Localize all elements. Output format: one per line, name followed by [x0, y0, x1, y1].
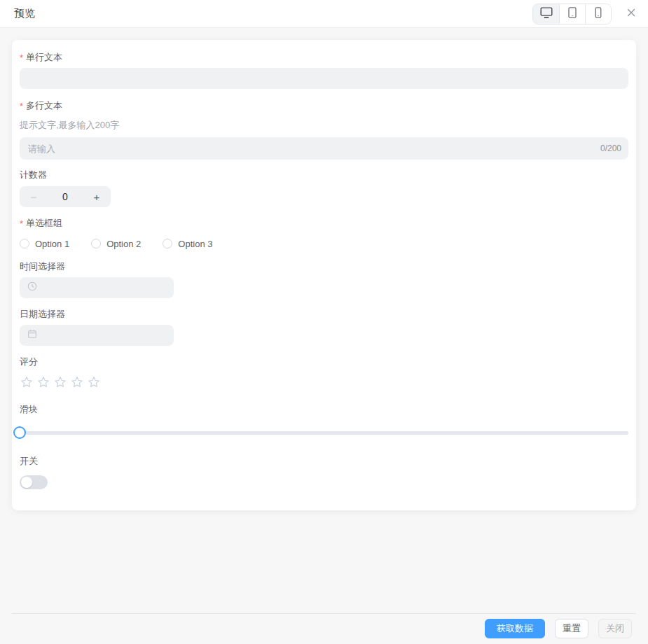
minus-icon[interactable]: − — [20, 191, 48, 203]
time-picker-label: 时间选择器 — [20, 260, 628, 273]
star-rating — [20, 375, 628, 389]
form-item-slider: 滑块 — [20, 403, 628, 439]
clock-icon — [27, 281, 38, 295]
single-text-label: * 单行文本 — [20, 51, 628, 64]
reset-button[interactable]: 重置 — [555, 619, 588, 638]
slider-label: 滑块 — [20, 403, 628, 416]
required-marker: * — [20, 52, 23, 63]
form-item-counter: 计数器 − 0 + — [20, 169, 628, 207]
slider-handle[interactable] — [13, 426, 26, 439]
counter-label: 计数器 — [20, 169, 628, 181]
stepper-value: 0 — [48, 191, 83, 202]
radio-circle-icon — [91, 239, 101, 248]
close-button[interactable]: 关闭 — [598, 619, 632, 638]
slider-track[interactable] — [20, 431, 628, 435]
star-icon[interactable] — [36, 375, 53, 389]
star-icon[interactable] — [70, 375, 87, 389]
plus-icon[interactable]: + — [83, 191, 111, 203]
device-tablet-button[interactable] — [559, 4, 585, 24]
radio-circle-icon — [20, 239, 29, 248]
radio-option-2[interactable]: Option 2 — [91, 239, 141, 249]
multi-text-field-wrap: 0/200 — [20, 137, 628, 160]
radio-option-3[interactable]: Option 3 — [163, 239, 212, 249]
desktop-icon — [539, 5, 554, 23]
switch-label: 开关 — [20, 455, 628, 468]
rating-label: 评分 — [20, 356, 628, 368]
device-mobile-button[interactable] — [585, 4, 611, 24]
form-item-date-picker: 日期选择器 — [20, 308, 628, 346]
form-item-single-text: * 单行文本 — [20, 51, 628, 89]
star-icon[interactable] — [87, 375, 104, 389]
footer-buttons: 获取数据 重置 关闭 — [0, 614, 648, 638]
multi-text-label: * 多行文本 — [20, 99, 628, 112]
single-text-input[interactable] — [20, 68, 628, 89]
form-preview-card: * 单行文本 * 多行文本 提示文字,最多输入200字 0/200 计数器 − … — [12, 40, 636, 510]
radio-option-1[interactable]: Option 1 — [20, 239, 69, 249]
slider — [20, 426, 628, 439]
multi-text-hint: 提示文字,最多输入200字 — [20, 119, 628, 132]
device-toggle-group — [532, 4, 612, 24]
page-title: 预览 — [14, 7, 35, 20]
form-item-switch: 开关 — [20, 455, 628, 489]
time-picker-input[interactable] — [20, 277, 174, 298]
radio-group: Option 1 Option 2 Option 3 — [20, 237, 628, 251]
device-desktop-button[interactable] — [533, 4, 559, 24]
char-counter: 0/200 — [600, 144, 621, 153]
close-icon — [625, 6, 637, 22]
multi-text-input[interactable] — [20, 137, 628, 160]
mobile-icon — [591, 6, 605, 22]
tablet-icon — [565, 6, 579, 22]
get-data-button[interactable]: 获取数据 — [485, 619, 545, 638]
radio-circle-icon — [163, 239, 172, 248]
switch-knob — [21, 477, 32, 488]
radio-group-label: * 单选框组 — [20, 217, 628, 230]
star-icon[interactable] — [20, 375, 36, 389]
form-item-rating: 评分 — [20, 356, 628, 389]
calendar-icon — [27, 328, 38, 342]
form-item-time-picker: 时间选择器 — [20, 260, 628, 298]
number-stepper: − 0 + — [20, 186, 111, 207]
toggle-switch[interactable] — [20, 475, 48, 489]
required-marker: * — [20, 101, 23, 111]
dialog-footer: 获取数据 重置 关闭 — [0, 613, 648, 644]
required-marker: * — [20, 218, 23, 229]
date-picker-input[interactable] — [20, 325, 174, 346]
form-item-multi-text: * 多行文本 提示文字,最多输入200字 0/200 — [20, 99, 628, 160]
header-actions — [532, 4, 638, 24]
close-dialog-button[interactable] — [624, 7, 638, 21]
preview-header: 预览 — [0, 0, 648, 28]
date-picker-label: 日期选择器 — [20, 308, 628, 321]
form-item-radio-group: * 单选框组 Option 1 Option 2 Option 3 — [20, 217, 628, 251]
star-icon[interactable] — [53, 375, 70, 389]
